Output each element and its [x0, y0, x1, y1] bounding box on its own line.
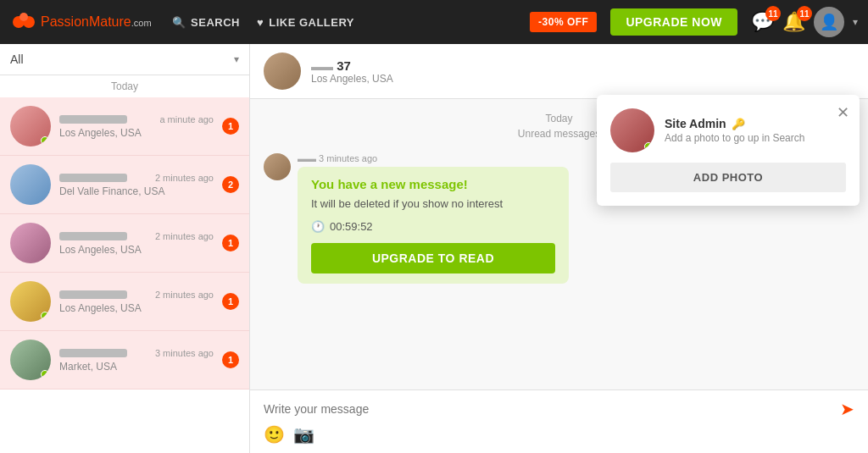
sidebar: All ▾ Today a minute ago Los Angeles, US… — [0, 44, 250, 453]
user-avatar-header[interactable]: 👤 — [814, 7, 844, 37]
avatar — [10, 281, 51, 322]
logo[interactable]: PassionMature.com — [10, 8, 152, 36]
message-new-title: You have a new message! — [311, 177, 555, 191]
avatar — [10, 340, 51, 380]
popup-name: Site Admin 🔑 — [665, 117, 804, 130]
conv-location: Del Valle Finance, USA — [59, 185, 214, 197]
conv-time: 3 minutes ago — [155, 348, 214, 358]
messages-badge: 11 — [765, 6, 781, 21]
unread-messages-label: Unread messages — [518, 128, 600, 140]
unread-badge: 2 — [222, 176, 239, 193]
chat-input-row: ➤ — [264, 399, 854, 419]
partner-icon: ▬▬ — [311, 60, 333, 73]
clock-icon: 🕐 — [311, 220, 325, 233]
conv-info: 3 minutes ago Market, USA — [59, 348, 214, 373]
avatar — [10, 223, 51, 263]
chat-partner-location: Los Angeles, USA — [311, 73, 393, 85]
main-content: All ▾ Today a minute ago Los Angeles, US… — [0, 44, 868, 453]
discount-badge: -30% OFF — [530, 12, 597, 32]
conv-info: 2 minutes ago Los Angeles, USA — [59, 231, 214, 256]
user-menu-chevron[interactable]: ▾ — [853, 16, 858, 28]
chat-partner-name: ▬▬ 37 — [311, 58, 393, 73]
notifications-badge: 11 — [797, 6, 812, 21]
sidebar-date-section: Today — [0, 75, 249, 97]
sender-icon: ▬▬ — [298, 153, 316, 163]
chat-input-icons: 🙂 📷 — [264, 424, 854, 445]
upgrade-to-read-button[interactable]: UPGRADE TO READ — [311, 243, 555, 273]
avatar — [10, 106, 51, 146]
filter-chevron-icon: ▾ — [234, 53, 239, 65]
add-photo-button[interactable]: ADD PHOTO — [610, 163, 846, 192]
popup-close-button[interactable]: ✕ — [837, 103, 849, 122]
message-input[interactable] — [264, 402, 833, 416]
filter-label: All — [10, 52, 24, 66]
unread-badge: 1 — [222, 235, 239, 251]
message-timer: 🕐 00:59:52 — [311, 220, 555, 233]
chat-partner-info: ▬▬ 37 Los Angeles, USA — [311, 58, 393, 85]
conv-time: a minute ago — [159, 114, 214, 124]
list-item[interactable]: 2 minutes ago Los Angeles, USA 1 — [0, 214, 249, 273]
nav-search[interactable]: 🔍 SEARCH — [172, 16, 240, 29]
conv-time: 2 minutes ago — [155, 231, 214, 241]
chat-date-divider: Today — [545, 113, 572, 124]
list-item[interactable]: 2 minutes ago Del Valle Finance, USA 2 — [0, 156, 249, 214]
conv-location: Los Angeles, USA — [59, 244, 214, 256]
heart-icon: ♥ — [257, 16, 264, 29]
chat-partner-avatar — [264, 52, 301, 90]
send-icon: ➤ — [840, 400, 854, 418]
message-bubble: You have a new message! It will be delet… — [298, 167, 569, 284]
upgrade-now-button[interactable]: UPGRADE NOW — [610, 8, 737, 36]
list-item[interactable]: 3 minutes ago Market, USA 1 — [0, 331, 249, 389]
conv-location: Market, USA — [59, 361, 214, 373]
logo-icon — [10, 8, 37, 36]
header: PassionMature.com 🔍 SEARCH ♥ LIKE GALLER… — [0, 0, 868, 44]
sidebar-conversation-list: a minute ago Los Angeles, USA 1 2 minute… — [0, 97, 249, 453]
conv-info: 2 minutes ago Del Valle Finance, USA — [59, 173, 214, 197]
message-body: It will be deleted if you show no intere… — [311, 196, 555, 212]
send-button[interactable]: ➤ — [840, 399, 854, 419]
header-icons: 💬 11 🔔 11 👤 ▾ — [751, 7, 858, 37]
conv-info: a minute ago Los Angeles, USA — [59, 114, 214, 139]
chat-header: ▬▬ 37 Los Angeles, USA — [250, 44, 868, 99]
message-sender-avatar — [264, 153, 291, 180]
popup-info: Site Admin 🔑 Add a photo to go up in Sea… — [665, 117, 804, 144]
emoji-button[interactable]: 🙂 — [264, 424, 285, 445]
popup-header: Site Admin 🔑 Add a photo to go up in Sea… — [610, 108, 846, 152]
svg-point-2 — [19, 13, 28, 21]
messages-button[interactable]: 💬 11 — [751, 11, 774, 33]
sidebar-filter[interactable]: All ▾ — [0, 44, 249, 75]
unread-badge: 1 — [222, 293, 239, 310]
nav-like-gallery[interactable]: ♥ LIKE GALLERY — [257, 16, 354, 29]
chat-area: ▬▬ 37 Los Angeles, USA Today Unread mess… — [250, 44, 868, 453]
conv-time: 2 minutes ago — [155, 173, 214, 183]
notification-popup: ✕ Site Admin 🔑 Add a photo to go up in S… — [597, 95, 860, 206]
avatar — [10, 164, 51, 205]
conv-info: 2 minutes ago Los Angeles, USA — [59, 290, 214, 314]
unread-badge: 1 — [222, 351, 239, 368]
list-item[interactable]: 2 minutes ago Los Angeles, USA 1 — [0, 273, 249, 331]
header-nav: 🔍 SEARCH ♥ LIKE GALLERY — [172, 16, 354, 29]
chat-input-area: ➤ 🙂 📷 — [250, 389, 868, 453]
conv-location: Los Angeles, USA — [59, 302, 214, 314]
popup-avatar — [610, 108, 654, 152]
key-icon: 🔑 — [732, 118, 745, 130]
search-icon: 🔍 — [172, 16, 186, 29]
notifications-button[interactable]: 🔔 11 — [782, 11, 805, 33]
popup-subtitle: Add a photo to go up in Search — [665, 132, 804, 144]
logo-text: PassionMature.com — [41, 14, 152, 30]
user-icon: 👤 — [820, 13, 838, 31]
unread-badge: 1 — [222, 118, 239, 135]
conv-time: 2 minutes ago — [155, 290, 214, 300]
camera-button[interactable]: 📷 — [293, 424, 314, 445]
conv-location: Los Angeles, USA — [59, 127, 214, 139]
list-item[interactable]: a minute ago Los Angeles, USA 1 — [0, 97, 249, 156]
